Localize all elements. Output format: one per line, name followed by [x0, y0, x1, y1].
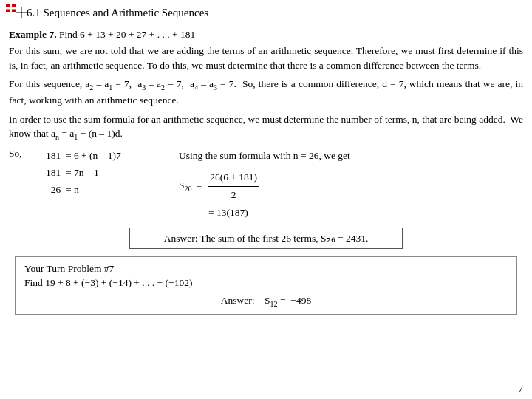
answer-box: Answer: The sum of the first 26 terms, S…: [129, 228, 403, 249]
example-label: Example 7.: [9, 29, 57, 40]
your-turn-title: Your Turn Problem #7: [24, 263, 508, 275]
page-number: 7: [519, 383, 524, 395]
equation-1: 181 = 6 + (n – 1)7: [46, 148, 164, 165]
paragraph-3: In order to use the sum formula for an a…: [9, 112, 523, 143]
main-content: Example 7. Find 6 + 13 + 20 + 27 + . . .…: [0, 29, 532, 315]
page-header: 6.1 Sequences and Arithmetic Sequences: [0, 0, 532, 24]
fraction-numerator: 26(6 + 181): [208, 169, 259, 187]
s26-label: S26: [179, 177, 192, 195]
equation-3: 26 = n: [46, 182, 164, 199]
fraction-26-6-181: 26(6 + 181) 2: [208, 169, 259, 204]
example-problem: Find 6 + 13 + 20 + 27 + . . . + 181: [59, 29, 195, 40]
your-turn-answer-label: Answer:: [221, 295, 255, 306]
solution-block: So, 181 = 6 + (n – 1)7 181 = 7n – 1 26 =…: [9, 148, 523, 222]
equals-sign-1: =: [197, 178, 202, 195]
cross-plus-icon: [6, 4, 27, 21]
page-title: 6.1 Sequences and Arithmetic Sequences: [27, 7, 208, 19]
sum-formula-label: Using the sum formula with n = 26, we ge…: [179, 148, 523, 165]
s26-fraction-line: S26 = 26(6 + 181) 2: [179, 169, 523, 204]
your-turn-answer: Answer: S12 = −498: [24, 295, 508, 308]
paragraph-1: For this sum, we are not told that we ar…: [9, 44, 523, 72]
so-label: So,: [9, 148, 46, 160]
answer-text: Answer: The sum of the first 26 terms, S…: [164, 233, 369, 244]
your-turn-box: Your Turn Problem #7 Find 19 + 8 + (−3) …: [15, 256, 517, 315]
equations-left: 181 = 6 + (n – 1)7 181 = 7n – 1 26 = n: [46, 148, 164, 199]
example-problem-line: Example 7. Find 6 + 13 + 20 + 27 + . . .…: [9, 29, 523, 41]
your-turn-problem: Find 19 + 8 + (−3) + (−14) + . . . + (−1…: [24, 277, 508, 289]
fraction-denominator: 2: [229, 187, 239, 204]
equations-right: Using the sum formula with n = 26, we ge…: [164, 148, 523, 222]
equation-2: 181 = 7n – 1: [46, 165, 164, 182]
final-result: = 13(187): [208, 205, 523, 222]
svg-rect-2: [6, 7, 16, 10]
your-turn-answer-value: S12 = −498: [265, 295, 311, 306]
paragraph-2: For this sequence, a2 – a1 = 7, a3 – a2 …: [9, 77, 523, 108]
